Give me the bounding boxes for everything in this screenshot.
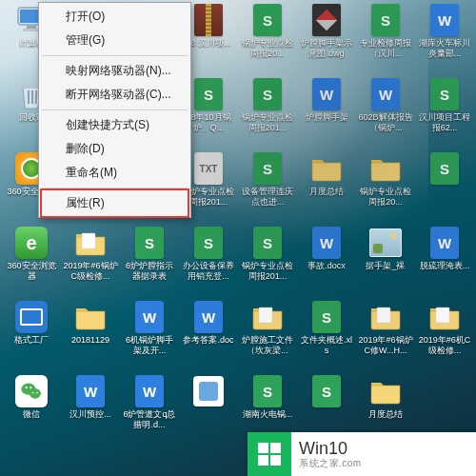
watermark-subtitle: 系统之家.com bbox=[299, 458, 362, 468]
word-doc-icon: W bbox=[194, 301, 223, 333]
svg-point-16 bbox=[36, 392, 38, 394]
folder-icon bbox=[310, 152, 343, 185]
desktop-item[interactable]: 炉膛脚手架示意图.dwg bbox=[297, 2, 356, 76]
desktop-item[interactable]: 2019年#6机C级检修... bbox=[415, 299, 474, 373]
spreadsheet-icon: S bbox=[253, 78, 282, 110]
desktop-item[interactable]: W 湖库火车标川炎量部... bbox=[415, 2, 474, 76]
desktop-item[interactable]: 锅炉专业点检周报20... bbox=[356, 150, 415, 225]
icon-label: 602B解体报告（锅炉... bbox=[358, 112, 413, 133]
spreadsheet-icon: S bbox=[253, 227, 282, 259]
desktop-item[interactable]: S 锅炉专业点检周报201... bbox=[238, 76, 297, 150]
desktop-item[interactable]: S 锅炉专业点检周报20... bbox=[238, 2, 297, 76]
windows-logo-icon bbox=[248, 432, 291, 476]
svg-point-15 bbox=[32, 392, 34, 394]
icon-label: 格式工厂 bbox=[14, 335, 49, 346]
spreadsheet-icon: S bbox=[253, 152, 282, 185]
icon-label: 月度总结 bbox=[368, 409, 403, 420]
icon-label: 360安全浏览器 bbox=[4, 261, 59, 282]
desktop-item[interactable]: W 脱硫理淹表... bbox=[415, 225, 474, 299]
archive-icon bbox=[194, 4, 223, 36]
spreadsheet-icon: S bbox=[312, 375, 341, 407]
icon-label: 18 汉川项... bbox=[186, 38, 230, 49]
menu-manage[interactable]: 管理(G) bbox=[41, 29, 188, 52]
icon-label: 专业检修周报（汉川... bbox=[358, 38, 413, 59]
desktop-item[interactable]: 炉膛施工文件（坎灰梁... bbox=[238, 299, 297, 373]
icon-label: 月度总结 bbox=[309, 187, 344, 197]
word-doc-icon: W bbox=[76, 375, 105, 407]
desktop-item[interactable]: W 6机锅炉脚手架及开... bbox=[120, 299, 179, 373]
desktop-item[interactable] bbox=[179, 373, 238, 447]
executable-icon bbox=[193, 376, 224, 407]
text-doc-icon: TXT bbox=[194, 152, 223, 185]
word-doc-icon: W bbox=[135, 375, 164, 407]
word-doc-icon: W bbox=[430, 227, 459, 259]
menu-rename[interactable]: 重命名(M) bbox=[41, 161, 188, 185]
icon-label: 汉川项目工程报62... bbox=[417, 112, 472, 133]
desktop-item[interactable]: S 文件夹概述.xls bbox=[297, 299, 356, 373]
menu-separator bbox=[42, 55, 188, 56]
menu-open[interactable]: 打开(O) bbox=[41, 5, 188, 29]
app-wechat[interactable]: 微信 bbox=[2, 373, 61, 447]
menu-disconnect-drive[interactable]: 断开网络驱动器(C)... bbox=[41, 83, 188, 107]
app-360browser[interactable]: 360安全浏览器 bbox=[2, 225, 61, 299]
svg-rect-7 bbox=[82, 233, 95, 248]
context-menu: 打开(O) 管理(G) 映射网络驱动器(N)... 断开网络驱动器(C)... … bbox=[38, 2, 191, 218]
icon-label: 6炉管道文q总措明.d... bbox=[122, 409, 177, 430]
spreadsheet-icon: S bbox=[430, 152, 459, 185]
icon-label: 湖库火车标川炎量部... bbox=[417, 38, 472, 59]
icon-label: 参考答案.doc bbox=[183, 335, 233, 346]
spreadsheet-icon: S bbox=[194, 78, 223, 110]
desktop-item[interactable]: S 6炉炉膛指示器据录表 bbox=[120, 225, 179, 299]
icon-label: 办公设备保养用销充登... bbox=[181, 261, 236, 282]
desktop-item[interactable]: S 办公设备保养用销充登... bbox=[179, 225, 238, 299]
icon-label: 锅炉专业点检周报20... bbox=[358, 187, 413, 208]
spreadsheet-icon: S bbox=[371, 4, 400, 36]
icon-label: 脱硫理淹表... bbox=[420, 261, 470, 271]
desktop-item[interactable]: 2019年#6锅炉C修W...H... bbox=[356, 299, 415, 373]
desktop-item[interactable]: W 事故.docx bbox=[297, 225, 356, 299]
desktop-item[interactable]: S bbox=[415, 150, 474, 225]
icon-label: 文件夹概述.xls bbox=[299, 335, 354, 356]
menu-properties[interactable]: 属性(R) bbox=[41, 191, 188, 215]
svg-point-12 bbox=[30, 388, 41, 399]
desktop-item[interactable]: W 汉川预控... bbox=[61, 373, 120, 447]
desktop[interactable]: 计算机 18 汉川项... S 锅炉专业点检周报20... 炉膛脚手架示意图.d… bbox=[0, 0, 476, 476]
word-doc-icon: W bbox=[371, 78, 400, 110]
icon-label: 锅炉专业点检周报20... bbox=[240, 38, 295, 59]
desktop-item[interactable]: S 汉川项目工程报62... bbox=[415, 76, 474, 150]
spreadsheet-icon: S bbox=[135, 227, 164, 259]
desktop-item[interactable]: 20181129 bbox=[61, 299, 120, 373]
desktop-item[interactable]: W 602B解体报告（锅炉... bbox=[356, 76, 415, 150]
spreadsheet-icon: S bbox=[194, 227, 223, 259]
desktop-item[interactable]: 2019年#6锅炉C级检修... bbox=[61, 225, 120, 299]
menu-separator bbox=[42, 188, 188, 188]
menu-delete[interactable]: 删除(D) bbox=[41, 137, 188, 161]
svg-rect-5 bbox=[31, 90, 33, 104]
desktop-item[interactable]: S 设备管理连庆点也进... bbox=[238, 150, 297, 225]
icon-label: 据手架_裸 bbox=[366, 261, 405, 271]
icon-label: 2019年#6锅炉C修W...H... bbox=[358, 335, 413, 356]
menu-create-shortcut[interactable]: 创建快捷方式(S) bbox=[41, 113, 188, 137]
desktop-item[interactable]: 据手架_裸 bbox=[356, 225, 415, 299]
desktop-item[interactable]: S 专业检修周报（汉川... bbox=[356, 2, 415, 76]
desktop-item[interactable]: S 锅炉专业点检周报201... bbox=[238, 225, 297, 299]
desktop-item[interactable]: 月度总结 bbox=[297, 150, 356, 225]
watermark-title: Win10 bbox=[299, 440, 362, 459]
image-icon bbox=[369, 228, 402, 257]
word-doc-icon: W bbox=[135, 301, 164, 333]
desktop-item[interactable]: W 炉膛脚手架 bbox=[297, 76, 356, 150]
folder-icon bbox=[74, 301, 107, 333]
word-doc-icon: W bbox=[312, 78, 341, 110]
icon-label: 锅炉专业点检周报201... bbox=[240, 261, 295, 282]
desktop-item[interactable]: W 6炉管道文q总措明.d... bbox=[120, 373, 179, 447]
spreadsheet-icon: S bbox=[312, 301, 341, 333]
svg-rect-8 bbox=[259, 307, 272, 323]
app-format-factory[interactable]: 格式工厂 bbox=[2, 299, 61, 373]
svg-point-13 bbox=[26, 387, 28, 388]
icon-label: 2019年#6锅炉C级检修... bbox=[63, 261, 118, 282]
factory-icon bbox=[15, 301, 48, 333]
svg-rect-9 bbox=[377, 307, 390, 323]
menu-map-drive[interactable]: 映射网络驱动器(N)... bbox=[41, 59, 188, 83]
spreadsheet-icon: S bbox=[430, 78, 459, 110]
desktop-item[interactable]: W 参考答案.doc bbox=[179, 299, 238, 373]
